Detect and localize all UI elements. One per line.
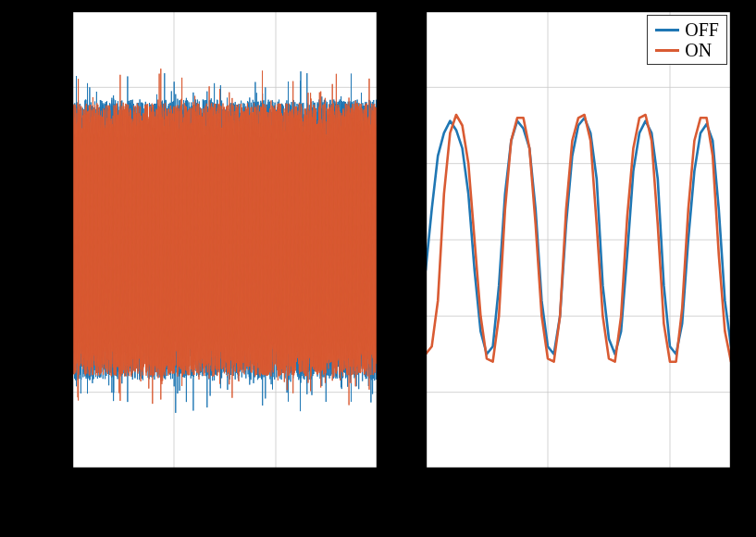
ytick: -10 [44, 382, 72, 402]
ytick: 15 [50, 2, 72, 21]
legend-label-on: ON [685, 40, 712, 60]
right-x-axis-label: Time [s] [546, 494, 614, 518]
legend-item-off: OFF [655, 19, 719, 40]
left-plot-canvas [72, 11, 378, 468]
right-plot-canvas [426, 11, 731, 468]
ytick: 10 [50, 78, 72, 97]
xtick: 60 [369, 468, 386, 492]
legend-swatch-on [655, 49, 679, 52]
left-y-axis-label: Control [°] [22, 226, 46, 315]
xtick: 0.4 [660, 468, 681, 492]
right-plot-axes: 0 0.2 0.4 OFF ON [426, 11, 731, 468]
ytick: -5 [53, 306, 72, 326]
ytick: 5 [58, 154, 72, 173]
legend-swatch-off [655, 29, 679, 31]
xtick: 0 [68, 468, 77, 492]
legend: OFF ON [647, 15, 727, 65]
left-plot-axes: 15 10 5 0 -5 -10 -15 0 20 40 60 [72, 11, 378, 468]
xtick: 0 [422, 468, 430, 492]
left-x-axis-label: Time [s] [190, 494, 258, 518]
xtick: 20 [166, 468, 182, 492]
xtick: 40 [267, 468, 284, 492]
legend-label-off: OFF [685, 19, 719, 40]
figure: 15 10 5 0 -5 -10 -15 0 20 40 60 Control … [0, 0, 756, 537]
legend-item-on: ON [655, 40, 719, 60]
ytick: 0 [58, 231, 72, 250]
xtick: 0.2 [538, 468, 559, 492]
